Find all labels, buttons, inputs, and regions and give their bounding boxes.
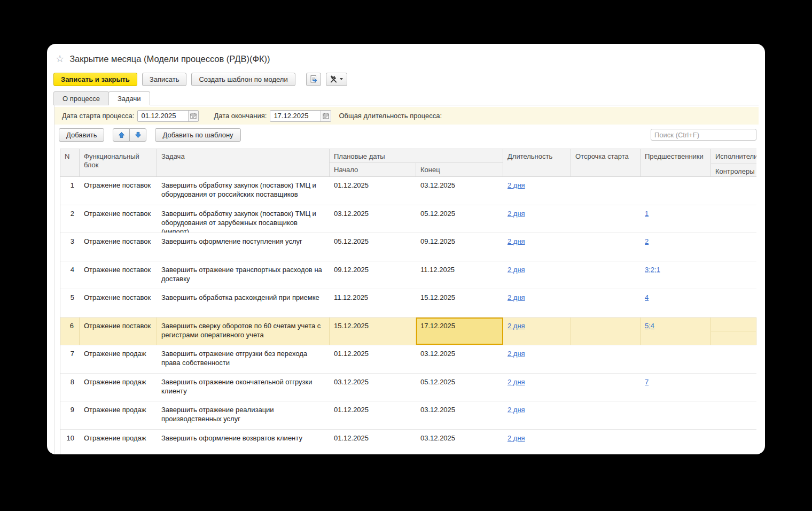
duration-link[interactable]: 2 дня [508,181,525,189]
end-date-cell[interactable]: 05.12.2025 [416,205,503,233]
executors-cell[interactable] [711,233,756,261]
start-delay-cell[interactable] [571,318,641,345]
task-cell[interactable]: Завершить обработку закупок (поставок) Т… [157,205,330,233]
duration-cell[interactable]: 2 дня [503,261,571,289]
add-button[interactable]: Добавить [59,128,104,142]
service-menu-button[interactable] [326,73,347,86]
predecessors-cell[interactable]: 2 [641,233,711,261]
predecessors-cell[interactable]: 4 [641,289,711,317]
duration-link[interactable]: 2 дня [508,237,525,245]
functional-block-cell[interactable]: Отражение поставок [80,318,157,345]
start-delay-cell[interactable] [571,233,641,261]
executors-subcell[interactable] [711,233,756,247]
predecessors-cell[interactable]: 3;2;1 [641,261,711,289]
functional-block-cell[interactable]: Отражение продаж [80,374,157,401]
task-cell[interactable]: Завершить обработку закупок (поставок) Т… [157,177,330,205]
predecessors-cell[interactable]: 5;4 [641,318,711,345]
header-n[interactable]: N [60,149,80,176]
end-date-cell[interactable]: 03.12.2025 [416,401,503,429]
functional-block-cell[interactable]: Отражение продаж [80,401,157,429]
tab-about-process[interactable]: О процессе [53,91,109,105]
end-date-cell[interactable]: 09.12.2025 [416,233,503,261]
end-date-cell[interactable]: 17.12.2025 [416,318,503,345]
task-cell[interactable]: Завершить отражение транспортных расходо… [157,261,330,289]
duration-cell[interactable]: 2 дня [503,205,571,233]
executors-cell[interactable] [711,177,756,205]
save-and-close-button[interactable]: Записать и закрыть [53,73,137,86]
end-date-calendar-button[interactable] [321,111,331,121]
predecessors-cell[interactable] [641,177,711,205]
create-template-button[interactable]: Создать шаблон по модели [191,73,295,86]
controllers-subcell[interactable] [711,219,756,233]
duration-link[interactable]: 2 дня [508,378,525,386]
start-date-cell[interactable]: 03.12.2025 [330,374,416,401]
controllers-subcell[interactable] [711,415,756,429]
favorite-star-icon[interactable]: ☆ [56,53,64,65]
header-planned-dates[interactable]: Плановые даты [330,149,503,163]
task-cell[interactable]: Завершить оформление возвратов клиенту [157,430,330,455]
executors-cell[interactable] [711,345,756,373]
controllers-subcell[interactable] [711,303,756,317]
start-date-cell[interactable]: 05.12.2025 [330,233,416,261]
start-date-cell[interactable]: 11.12.2025 [330,289,416,317]
start-delay-cell[interactable] [571,345,641,373]
controllers-subcell[interactable] [711,387,756,401]
executors-cell[interactable] [711,430,756,455]
header-functional-block[interactable]: Функциональный блок [80,149,157,176]
end-date-input[interactable] [270,111,321,121]
task-cell[interactable]: Завершить сверку оборотов по 60 счетам у… [157,318,330,345]
duration-link[interactable]: 2 дня [508,406,525,414]
controllers-subcell[interactable] [711,359,756,373]
header-end[interactable]: Конец [416,163,444,176]
header-executors[interactable]: Исполнители [711,149,756,164]
start-delay-cell[interactable] [571,205,641,233]
predecessors-cell[interactable] [641,401,711,429]
predecessors-cell[interactable] [641,430,711,455]
predecessors-link[interactable]: 4 [645,293,649,301]
end-date-cell[interactable]: 03.12.2025 [416,345,503,373]
header-start-delay[interactable]: Отсрочка старта [571,149,641,176]
controllers-subcell[interactable] [711,443,756,454]
predecessors-cell[interactable]: 1 [641,205,711,233]
table-row[interactable]: 2 Отражение поставок Завершить обработку… [60,205,756,234]
start-delay-cell[interactable] [571,261,641,289]
controllers-subcell[interactable] [711,191,756,205]
task-cell[interactable]: Завершить отражение окончательной отгруз… [157,374,330,401]
start-delay-cell[interactable] [571,374,641,401]
start-date-calendar-button[interactable] [188,111,198,121]
start-delay-cell[interactable] [571,177,641,205]
start-date-input[interactable] [138,111,188,121]
start-date-cell[interactable]: 01.12.2025 [330,177,416,205]
duration-link[interactable]: 2 дня [508,434,525,442]
executors-cell[interactable] [711,401,756,429]
executors-subcell[interactable] [711,289,756,303]
executors-subcell[interactable] [711,401,756,415]
executors-subcell[interactable] [711,374,756,388]
functional-block-cell[interactable]: Отражение поставок [80,289,157,317]
start-delay-cell[interactable] [571,401,641,429]
start-delay-cell[interactable] [571,430,641,455]
table-row[interactable]: 10 Отражение продаж Завершить оформление… [60,430,756,455]
table-row[interactable]: 1 Отражение поставок Завершить обработку… [60,177,756,205]
predecessors-link[interactable]: 2 [645,237,649,245]
end-date-cell[interactable]: 03.12.2025 [416,177,503,205]
header-predecessors[interactable]: Предшественники [641,149,711,176]
task-cell[interactable]: Завершить обработка расхождений при прие… [157,289,330,317]
functional-block-cell[interactable]: Отражение поставок [80,205,157,233]
create-based-on-button[interactable] [306,73,321,86]
executors-subcell[interactable] [711,318,756,331]
end-date-cell[interactable]: 11.12.2025 [416,261,503,289]
table-row[interactable]: 8 Отражение продаж Завершить отражение о… [60,374,756,402]
header-controllers[interactable]: Контролеры [711,164,756,176]
table-row[interactable]: 3 Отражение поставок Завершить оформлени… [60,233,756,261]
table-row[interactable]: 7 Отражение продаж Завершить отражение о… [60,345,756,374]
executors-cell[interactable] [711,318,756,345]
executors-subcell[interactable] [711,177,756,191]
predecessors-link[interactable]: 1 [645,210,649,218]
save-button[interactable]: Записать [142,73,187,86]
executors-subcell[interactable] [711,205,756,219]
duration-cell[interactable]: 2 дня [503,401,571,429]
controllers-subcell[interactable] [711,275,756,289]
start-date-cell[interactable]: 01.12.2025 [330,345,416,373]
predecessors-cell[interactable]: 7 [641,374,711,401]
